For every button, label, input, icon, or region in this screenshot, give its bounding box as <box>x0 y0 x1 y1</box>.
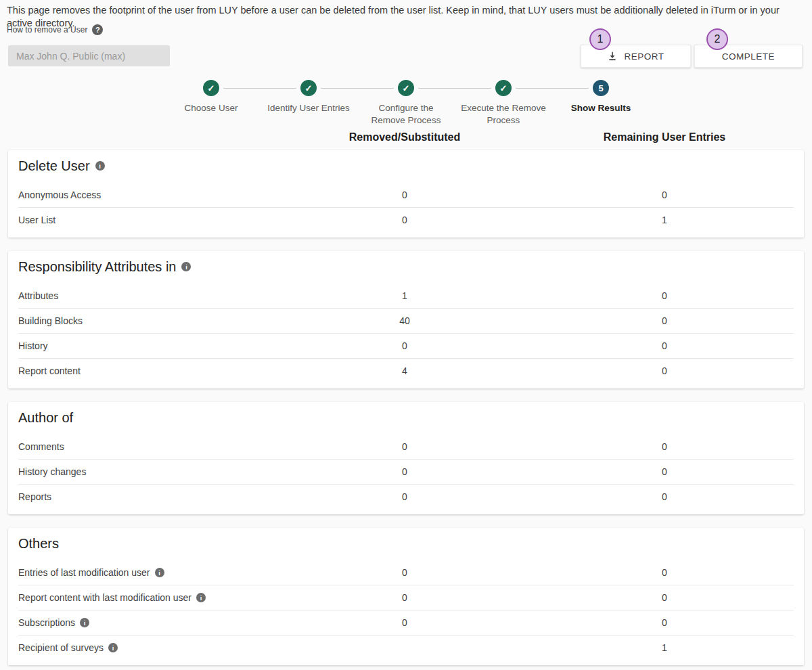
result-row: Report content 4 0 <box>18 359 794 383</box>
row-label: Report content with last modification us… <box>18 592 337 603</box>
card-title: Delete User i <box>18 157 794 175</box>
result-row: Report content with last modification us… <box>18 585 794 610</box>
info-icon[interactable]: i <box>95 161 105 171</box>
card-title: Author of <box>18 409 794 426</box>
removed-value: 0 <box>337 592 472 603</box>
row-label: Reports <box>18 491 337 502</box>
remaining-value: 0 <box>597 315 732 326</box>
remaining-value: 0 <box>597 592 732 603</box>
removed-value: 4 <box>337 365 472 376</box>
row-label-text: History changes <box>18 466 86 477</box>
stepper: ✓ Choose User ✓ Identify User Entries ✓ … <box>162 80 650 127</box>
row-label-text: Building Blocks <box>18 315 83 326</box>
results-card: Delete User i Anonymous Access 0 0 User … <box>8 150 804 238</box>
remaining-value: 0 <box>597 491 732 502</box>
removed-value: 1 <box>337 290 472 301</box>
remaining-value: 0 <box>597 441 732 452</box>
remaining-value: 0 <box>597 567 732 578</box>
row-label-text: History <box>18 340 48 351</box>
row-label-text: Anonymous Access <box>18 189 101 200</box>
stepper-step[interactable]: ✓ Choose User <box>162 80 260 127</box>
step-label: Identify User Entries <box>267 102 350 114</box>
remaining-value: 0 <box>597 340 732 351</box>
stepper-step[interactable]: ✓ Configure the Remove Process <box>357 80 455 127</box>
results-card: Responsibility Attributes in i Attribute… <box>8 251 804 388</box>
stepper-step[interactable]: ✓ Execute the Remove Process <box>455 80 552 127</box>
card-rows: Attributes 1 0 Building Blocks 40 0 Hist… <box>18 284 794 383</box>
removed-value: 0 <box>337 441 472 452</box>
step-state-icon: ✓ <box>300 80 317 96</box>
row-label-text: Report content <box>18 365 81 376</box>
card-rows: Anonymous Access 0 0 User List 0 1 <box>18 183 794 232</box>
removed-value: 0 <box>337 466 472 477</box>
row-label-text: Report content with last modification us… <box>18 592 191 603</box>
result-row: Attributes 1 0 <box>18 284 794 309</box>
remaining-value: 0 <box>597 617 732 628</box>
remaining-value: 1 <box>597 215 732 225</box>
row-label: Anonymous Access <box>18 189 337 200</box>
help-link[interactable]: How to remove a User <box>7 25 87 35</box>
row-label-text: User List <box>18 215 55 225</box>
card-rows: Entries of last modification user i 0 0 … <box>18 560 794 660</box>
info-icon[interactable]: i <box>108 643 118 652</box>
download-icon <box>607 51 618 62</box>
row-label: User List <box>18 215 337 225</box>
help-question-icon[interactable]: ? <box>92 24 103 35</box>
report-button-label: REPORT <box>624 51 664 62</box>
result-row: Reports 0 0 <box>18 485 794 509</box>
result-row: Subscriptions i 0 0 <box>18 610 794 635</box>
row-label: Recipient of surveys i <box>18 642 337 653</box>
info-icon[interactable]: i <box>80 618 89 627</box>
result-row: Building Blocks 40 0 <box>18 309 794 334</box>
selected-user-field[interactable] <box>8 45 170 66</box>
row-label-text: Attributes <box>18 290 58 301</box>
results-card: Others Entries of last modification user… <box>8 528 804 665</box>
info-icon[interactable]: i <box>181 262 191 271</box>
result-row: History 0 0 <box>18 334 794 359</box>
card-rows: Comments 0 0 History changes 0 0 Reports… <box>18 434 794 509</box>
row-label: History changes <box>18 466 337 477</box>
row-label: Entries of last modification user i <box>18 567 337 578</box>
step-label: Show Results <box>571 102 631 114</box>
row-label-text: Entries of last modification user <box>18 567 150 578</box>
results-card: Author of Comments 0 0 History changes 0… <box>8 402 804 514</box>
results-sections: Delete User i Anonymous Access 0 0 User … <box>8 150 804 670</box>
result-row: Comments 0 0 <box>18 434 794 460</box>
column-header-removed: Removed/Substituted <box>337 131 472 143</box>
stepper-step[interactable]: ✓ Identify User Entries <box>260 80 357 127</box>
step-state-icon: ✓ <box>203 80 219 96</box>
results-column-headers: Removed/Substituted Remaining User Entri… <box>0 131 812 143</box>
removed-value: 0 <box>337 215 472 225</box>
intro-text: This page removes the footprint of the u… <box>7 4 805 30</box>
card-title-text: Delete User <box>18 158 90 174</box>
card-title-text: Responsibility Attributes in <box>18 259 176 275</box>
row-label-text: Reports <box>18 491 51 502</box>
info-icon[interactable]: i <box>155 568 164 577</box>
step-label: Configure the Remove Process <box>371 102 441 127</box>
row-label-text: Recipient of surveys <box>18 642 104 653</box>
removed-value: 0 <box>337 491 472 502</box>
remaining-value: 0 <box>597 466 732 477</box>
result-row: User List 0 1 <box>18 208 794 232</box>
remaining-value: 0 <box>597 365 732 376</box>
row-label-text: Subscriptions <box>18 617 75 628</box>
annotation-badge-1: 1 <box>589 28 611 50</box>
row-label: Report content <box>18 365 337 376</box>
row-label: Subscriptions i <box>18 617 337 628</box>
stepper-step[interactable]: 5 Show Results <box>552 80 650 127</box>
row-label: History <box>18 340 337 351</box>
step-state-icon: 5 <box>593 80 609 96</box>
annotation-badge-2: 2 <box>706 28 728 50</box>
result-row: Entries of last modification user i 0 0 <box>18 560 794 585</box>
step-label: Choose User <box>185 102 238 114</box>
row-label: Building Blocks <box>18 315 337 326</box>
column-header-remaining: Remaining User Entries <box>597 131 732 143</box>
remaining-value: 1 <box>597 642 732 653</box>
removed-value: 0 <box>337 340 472 351</box>
remaining-value: 0 <box>597 189 732 200</box>
removed-value: 0 <box>337 617 472 628</box>
step-label: Execute the Remove Process <box>461 102 545 127</box>
removed-value: 40 <box>337 315 472 326</box>
info-icon[interactable]: i <box>196 593 206 602</box>
removed-value: 0 <box>337 189 472 200</box>
